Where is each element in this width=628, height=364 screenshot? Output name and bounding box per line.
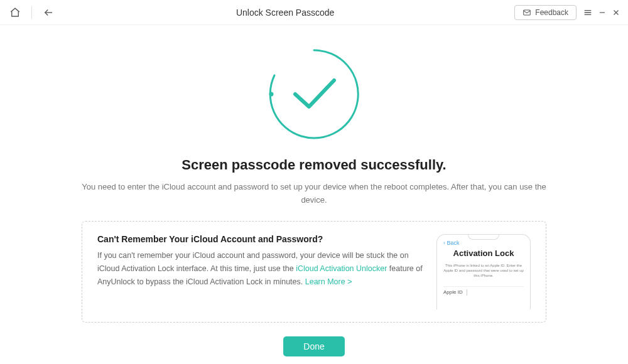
phone-field: Apple ID — [443, 286, 524, 296]
learn-more-link[interactable]: Learn More > — [305, 277, 352, 286]
titlebar-left — [8, 5, 56, 20]
done-button[interactable]: Done — [283, 336, 344, 356]
main-content: Screen passcode removed successfully. Yo… — [0, 25, 628, 356]
feedback-label: Feedback — [535, 8, 568, 17]
back-icon[interactable] — [41, 5, 56, 20]
minimize-icon[interactable] — [598, 8, 607, 17]
mail-icon — [522, 8, 531, 17]
divider — [31, 6, 32, 19]
menu-icon[interactable] — [583, 8, 593, 18]
phone-screen-title: Activation Lock — [443, 249, 524, 258]
titlebar: Unlock Screen Passcode Feedback — [0, 0, 628, 25]
success-subtitle: You need to enter the iCloud account and… — [82, 181, 546, 207]
info-text: Can't Remember Your iCloud Account and P… — [97, 234, 424, 309]
info-card-body: If you can't remember your iCloud accoun… — [97, 249, 424, 289]
titlebar-right: Feedback — [514, 5, 620, 20]
phone-screen-desc: This iPhone is linked to an Apple ID. En… — [443, 263, 524, 279]
phone-back-label: ‹ Back — [443, 240, 524, 246]
svg-point-1 — [269, 92, 274, 97]
phone-notch — [468, 235, 499, 240]
info-card-title: Can't Remember Your iCloud Account and P… — [97, 234, 424, 244]
window-controls — [583, 8, 620, 18]
feedback-button[interactable]: Feedback — [514, 5, 577, 20]
phone-field-label: Apple ID — [443, 289, 463, 295]
phone-field-cursor — [467, 289, 467, 296]
home-icon[interactable] — [8, 5, 23, 20]
info-card: Can't Remember Your iCloud Account and P… — [82, 221, 546, 323]
success-title: Screen passcode removed successfully. — [181, 157, 446, 173]
icloud-unlocker-link[interactable]: iCloud Activation Unlocker — [296, 264, 387, 273]
close-icon[interactable] — [612, 8, 620, 17]
phone-illustration: ‹ Back Activation Lock This iPhone is li… — [436, 234, 531, 309]
success-check-icon — [264, 44, 364, 144]
window-title: Unlock Screen Passcode — [56, 8, 514, 18]
